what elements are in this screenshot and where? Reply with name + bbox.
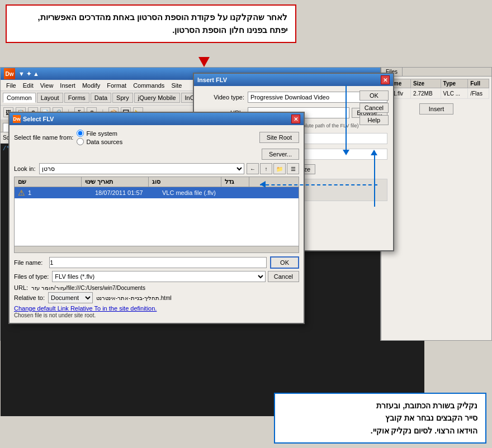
filename-label: File name: <box>14 259 42 266</box>
right-panel-tabs: Files <box>381 68 491 77</box>
select-flv-close[interactable]: ✕ <box>291 115 300 123</box>
blue-arrow-head-down <box>343 150 349 155</box>
select-bottom: File name: OK Files of type: FLV files (… <box>14 256 299 318</box>
menu-insert[interactable]: Insert <box>56 82 79 89</box>
file-type-cell: VLC ... <box>441 88 468 99</box>
select-flv-title: Select FLV <box>23 116 54 122</box>
tab-data[interactable]: Data <box>91 93 111 103</box>
dw-title: ▼ ✦ ▲ <box>18 70 39 78</box>
site-root-btn[interactable]: Site Root <box>259 132 299 143</box>
insert-flv-ok-btn[interactable]: OK <box>359 90 389 101</box>
url-display-value: file:///C:/Users/win7/Documents/עזור/חומ… <box>31 285 145 291</box>
filename-input[interactable] <box>49 257 267 268</box>
menu-file[interactable]: File <box>3 82 20 89</box>
change-link-row: Change default Link Relative To in the s… <box>14 304 299 312</box>
relative-file: תחליך-בניית-אתר-אינטרנט.html <box>96 295 172 301</box>
file-item-1[interactable]: ⚠ 1 18/07/2011 01:57 VLC media file (.fl… <box>15 187 299 198</box>
change-link[interactable]: Change default Link Relative To in the s… <box>14 305 157 312</box>
red-arrow-down <box>198 57 210 67</box>
file-warning-icon: ⚠ <box>17 188 26 197</box>
video-type-label: Video type: <box>200 94 244 101</box>
bottom-line3: הוידאו הרצוי. לסיום נקליק אוקיי. <box>283 425 477 437</box>
col-type: סוג <box>149 177 221 187</box>
radio-filesystem: File system <box>77 130 122 137</box>
dashed-arrow-horizontal <box>260 184 377 185</box>
insert-flv-title: Insert FLV <box>197 77 227 83</box>
relative-row: Relative to: Document תחליך-בניית-אתר-אי… <box>14 292 299 303</box>
col-name: שם <box>15 177 82 187</box>
radio-datasources-input[interactable] <box>77 138 84 145</box>
table-row[interactable]: ▶ 1.flv 2.72MB VLC ... /Flas <box>384 88 489 99</box>
dashed-arrow-head-left <box>260 181 266 188</box>
insert-btn[interactable]: Insert <box>419 103 454 115</box>
nav-buttons: ← ↑ 📁 ☰ <box>247 163 299 174</box>
files-table: Name Size Type Full ▶ 1.flv 2.72MB VLC .… <box>384 79 489 99</box>
file-date-1: 18/07/2011 01:57 <box>95 189 162 196</box>
insert-flv-cancel-btn[interactable]: Cancel <box>359 103 389 113</box>
filetype-row: Files of type: FLV files (*.flv) Cancel <box>14 271 299 282</box>
insert-flv-close[interactable]: ✕ <box>381 75 390 84</box>
insert-flv-help-btn[interactable]: Help <box>359 115 389 125</box>
blue-line-right-v <box>374 151 375 207</box>
file-size-cell: 2.72MB <box>411 88 441 99</box>
source-radio-group: File system Data sources <box>77 130 122 145</box>
radio-filesystem-input[interactable] <box>77 130 84 137</box>
file-list: ⚠ 1 18/07/2011 01:57 VLC media file (.fl… <box>14 187 299 253</box>
bottom-annotation: נקליק בשורת הכתובת, ובעזרת סייר הקבצים נ… <box>274 393 486 444</box>
url-display-label: URL: <box>14 284 28 291</box>
radio-filesystem-label: File system <box>86 130 117 137</box>
right-panel: Files Name Size Type Full ▶ 1.flv 2.72MB <box>380 67 492 341</box>
url-display-row: URL: file:///C:/Users/win7/Documents/עזו… <box>14 284 299 291</box>
tab-forms[interactable]: Forms <box>64 93 89 103</box>
file-name-1: 1 <box>28 189 95 196</box>
top-annotation: לאחר שהקלקנו על פקודת הוספת הסרטון באחת … <box>6 4 296 43</box>
relative-label: Relative to: <box>14 294 45 301</box>
filename-row: File name: OK <box>14 256 299 269</box>
select-flv-dialog: Dw Select FLV ✕ Select file name from: F… <box>8 112 305 324</box>
horizontal-scrollbar[interactable] <box>15 246 299 252</box>
nav-new-folder[interactable]: 📁 <box>273 163 286 174</box>
blue-arrow-head-up <box>371 150 377 155</box>
tab-layout[interactable]: Layout <box>37 93 63 103</box>
menu-modify[interactable]: Modify <box>79 82 103 89</box>
file-type-1: VLC media file (.flv) <box>162 189 235 196</box>
nav-view[interactable]: ☰ <box>287 163 299 174</box>
menu-edit[interactable]: Edit <box>20 82 37 89</box>
server-btn[interactable]: Server... <box>262 149 299 160</box>
select-label: Select file name from: <box>14 134 73 141</box>
look-in-row: Look in: סרטן ← ↑ 📁 ☰ <box>14 163 299 174</box>
tab-spry[interactable]: Spry <box>112 93 133 103</box>
select-flv-dw-icon: Dw <box>13 115 21 123</box>
filename-ok-btn[interactable]: OK <box>270 256 299 269</box>
radio-datasources: Data sources <box>77 138 122 145</box>
nav-up[interactable]: ↑ <box>260 163 272 174</box>
look-in-select[interactable]: סרטן <box>39 163 244 174</box>
relative-select[interactable]: Document <box>48 292 93 303</box>
menu-commands[interactable]: Commands <box>130 82 168 89</box>
menu-format[interactable]: Format <box>103 82 130 89</box>
tab-common[interactable]: Common <box>3 93 36 103</box>
filetype-label: Files of type: <box>14 273 49 280</box>
look-in-label: Look in: <box>14 165 36 172</box>
select-source-row: Select file name from: File system Data … <box>14 130 299 145</box>
nav-back[interactable]: ← <box>247 163 259 174</box>
filetype-select[interactable]: FLV files (*.flv) <box>52 271 265 282</box>
menu-view[interactable]: View <box>37 82 57 89</box>
filetype-cancel-btn[interactable]: Cancel <box>268 271 299 282</box>
col-date: תאריך שינוי <box>82 177 149 187</box>
file-full-cell: /Flas <box>468 88 489 99</box>
tab-jquery[interactable]: jQuery Mobile <box>134 93 180 103</box>
file-list-header: שם תאריך שינוי סוג גדל <box>14 177 299 187</box>
th-size: Size <box>411 79 441 88</box>
right-panel-content: Name Size Type Full ▶ 1.flv 2.72MB VLC .… <box>381 77 491 117</box>
th-full: Full <box>468 79 489 88</box>
bottom-line2: סייר הקבצים נבחר את קובץ <box>283 412 477 424</box>
annotation-line2: יפתח בפנינו חלון הוספת הסרטון. <box>15 24 287 37</box>
th-type: Type <box>441 79 468 88</box>
annotation-line1: לאחר שהקלקנו על פקודת הוספת הסרטון באחת … <box>15 11 287 24</box>
insert-flv-right-buttons: OK Cancel Help <box>357 90 389 125</box>
menu-site[interactable]: Site <box>168 82 185 89</box>
select-flv-titlebar: Dw Select FLV ✕ <box>10 113 304 125</box>
note-text: Chosen file is not under site root. <box>14 312 299 318</box>
blue-arrow-vertical <box>346 85 347 152</box>
